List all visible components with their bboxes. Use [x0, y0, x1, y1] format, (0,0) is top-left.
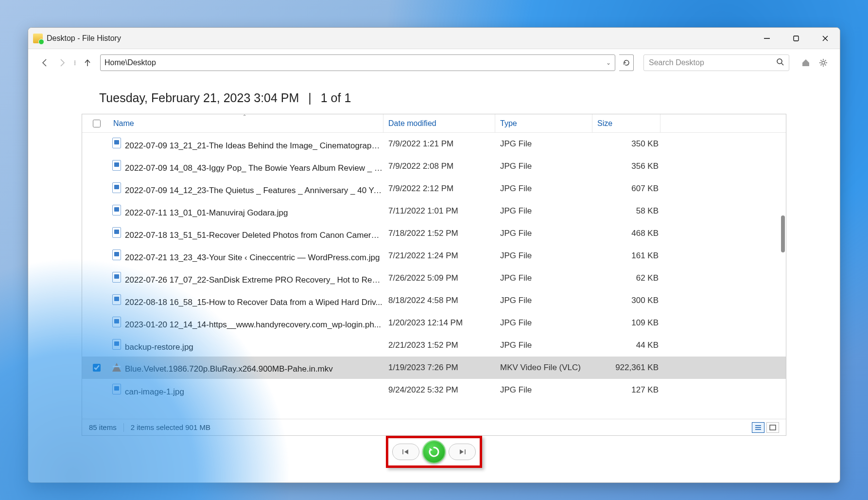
file-type: JPG File	[495, 206, 592, 216]
table-row[interactable]: backup-restore.jpg2/21/2023 1:52 PMJPG F…	[82, 334, 786, 357]
file-date: 7/26/2022 5:09 PM	[383, 273, 495, 283]
address-path: Home\Desktop	[104, 58, 156, 67]
view-thumbnails-button[interactable]	[766, 422, 779, 433]
file-name: 2022-08-18 16_58_15-How to Recover Data …	[111, 294, 383, 307]
snapshot-timestamp: Tuesday, February 21, 2023 3:04 PM	[99, 91, 299, 105]
view-details-button[interactable]	[752, 422, 764, 433]
image-file-icon	[111, 339, 122, 350]
app-icon	[33, 34, 43, 43]
image-file-icon	[111, 182, 122, 193]
back-button[interactable]	[38, 56, 52, 70]
table-row[interactable]: 2022-07-26 17_07_22-SanDisk Extreme PRO …	[82, 267, 786, 289]
table-row[interactable]: 2022-08-18 16_58_15-How to Recover Data …	[82, 289, 786, 312]
file-size: 44 KB	[592, 340, 660, 350]
file-date: 7/9/2022 2:08 PM	[383, 161, 495, 171]
table-row[interactable]: Blue.Velvet.1986.720p.BluRay.x264.900MB-…	[82, 357, 786, 379]
table-row[interactable]: 2022-07-18 13_51_51-Recover Deleted Phot…	[82, 222, 786, 245]
table-row[interactable]: 2022-07-21 13_23_43-Your Site ‹ Cineccen…	[82, 245, 786, 267]
file-date: 7/18/2022 1:52 PM	[383, 229, 495, 238]
address-dropdown-icon[interactable]: ⌄	[606, 59, 611, 66]
refresh-button[interactable]	[619, 54, 634, 71]
table-row[interactable]: 2022-07-09 13_21_21-The Ideas Behind the…	[82, 133, 786, 155]
file-date: 7/21/2022 1:24 PM	[383, 251, 495, 261]
minimize-button[interactable]	[752, 28, 781, 49]
image-file-icon	[111, 227, 122, 238]
nav-separator: ⁞	[74, 59, 76, 67]
file-name: 2022-07-26 17_07_22-SanDisk Extreme PRO …	[111, 272, 383, 285]
file-history-window: Desktop - File History ⁞ Home\Desktop ⌄	[28, 27, 840, 483]
next-version-button[interactable]	[449, 444, 476, 460]
file-date: 7/9/2022 2:12 PM	[383, 184, 495, 194]
status-bar: 85 items 2 items selected 901 MB	[82, 419, 786, 435]
file-type: JPG File	[495, 385, 592, 395]
column-date[interactable]: Date modified	[383, 114, 495, 132]
search-icon	[776, 58, 784, 68]
column-headers: Name Date modified Type Size	[82, 114, 786, 133]
address-bar[interactable]: Home\Desktop ⌄	[100, 54, 615, 71]
svg-rect-10	[770, 425, 776, 430]
restore-button[interactable]	[422, 440, 446, 464]
svg-point-6	[822, 61, 825, 64]
file-name: 2022-07-18 13_51_51-Recover Deleted Phot…	[111, 227, 383, 240]
file-name: 2023-01-20 12_14_14-https__www.handyreco…	[111, 317, 383, 330]
image-file-icon	[111, 205, 122, 215]
up-button[interactable]	[81, 56, 94, 70]
snapshot-divider: |	[308, 91, 312, 105]
settings-button[interactable]	[816, 56, 830, 70]
file-type: JPG File	[495, 161, 592, 171]
file-size: 58 KB	[592, 206, 660, 216]
content-area: Tuesday, February 21, 2023 3:04 PM | 1 o…	[28, 76, 840, 482]
table-row[interactable]: 2022-07-09 14_12_23-The Quietus _ Featur…	[82, 178, 786, 200]
status-selection: 2 items selected 901 MB	[131, 423, 210, 431]
file-type: MKV Video File (VLC)	[495, 363, 592, 373]
file-name: Blue.Velvet.1986.720p.BluRay.x264.900MB-…	[111, 362, 383, 374]
column-type[interactable]: Type	[495, 114, 592, 132]
file-size: 109 KB	[592, 318, 660, 328]
window-title: Desktop - File History	[47, 34, 121, 43]
file-size: 127 KB	[592, 385, 660, 395]
image-file-icon	[111, 272, 122, 283]
column-name[interactable]: Name	[111, 114, 383, 132]
maximize-button[interactable]	[781, 28, 811, 49]
forward-button[interactable]	[55, 56, 69, 70]
file-type: JPG File	[495, 184, 592, 194]
file-type: JPG File	[495, 251, 592, 261]
previous-version-button[interactable]	[392, 444, 419, 460]
close-button[interactable]	[811, 28, 840, 49]
file-date: 2/21/2023 1:52 PM	[383, 340, 495, 350]
file-name: 2022-07-11 13_01_01-Manuviraj Godara.jpg	[111, 205, 383, 218]
file-date: 7/9/2022 1:21 PM	[383, 139, 495, 149]
file-name: backup-restore.jpg	[111, 339, 383, 352]
file-name: 2022-07-09 14_12_23-The Quietus _ Featur…	[111, 182, 383, 196]
search-input[interactable]: Search Desktop	[643, 54, 789, 71]
file-name: 2022-07-21 13_23_43-Your Site ‹ Cineccen…	[111, 250, 383, 263]
file-size: 62 KB	[592, 273, 660, 283]
file-name: can-image-1.jpg	[111, 384, 383, 397]
annotation-highlight	[386, 436, 482, 468]
table-row[interactable]: 2023-01-20 12_14_14-https__www.handyreco…	[82, 312, 786, 334]
image-file-icon	[111, 294, 122, 305]
navbar: ⁞ Home\Desktop ⌄ Search Desktop	[28, 49, 840, 76]
status-item-count: 85 items	[89, 423, 117, 431]
snapshot-page: 1 of 1	[321, 91, 351, 105]
table-row[interactable]: 2022-07-09 14_08_43-Iggy Pop_ The Bowie …	[82, 155, 786, 178]
scrollbar-thumb[interactable]	[781, 215, 785, 252]
home-button[interactable]	[799, 56, 813, 70]
image-file-icon	[111, 138, 122, 148]
vlc-icon	[111, 362, 122, 373]
file-date: 9/24/2022 5:32 PM	[383, 385, 495, 395]
select-all-checkbox[interactable]	[93, 120, 101, 127]
file-list[interactable]: 2022-07-09 13_21_21-The Ideas Behind the…	[82, 133, 786, 419]
file-type: JPG File	[495, 139, 592, 149]
file-type: JPG File	[495, 296, 592, 305]
column-size[interactable]: Size	[592, 114, 660, 132]
table-row[interactable]: can-image-1.jpg9/24/2022 5:32 PMJPG File…	[82, 379, 786, 401]
svg-line-5	[781, 63, 783, 65]
table-row[interactable]: 2022-07-11 13_01_01-Manuviraj Godara.jpg…	[82, 200, 786, 222]
file-date: 8/18/2022 4:58 PM	[383, 296, 495, 305]
file-date: 1/19/2023 7:26 PM	[383, 363, 495, 373]
image-file-icon	[111, 160, 122, 171]
svg-rect-1	[794, 36, 799, 41]
row-checkbox[interactable]	[93, 364, 101, 372]
file-type: JPG File	[495, 273, 592, 283]
